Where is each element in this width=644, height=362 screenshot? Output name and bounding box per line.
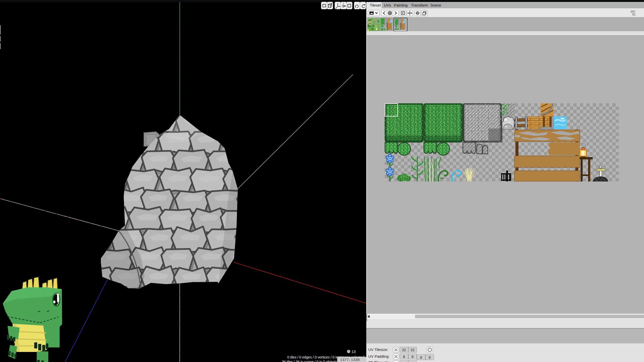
svg-text:36 tiles | 36 in scene / 0 in: 36 tiles | 36 in scene / 0 in 0 objects … — [282, 360, 346, 362]
svg-text:1377, 1338: 1377, 1338 — [340, 357, 360, 362]
svg-text:0: 0 — [412, 355, 414, 359]
svg-text:0: 0 — [420, 356, 422, 360]
svg-text:13: 13 — [351, 349, 356, 354]
svg-text:32: 32 — [411, 348, 415, 352]
svg-text:E: E — [402, 12, 404, 15]
svg-text:32: 32 — [402, 348, 406, 352]
svg-text:0: 0 — [403, 355, 405, 359]
svg-text:0: 0 — [429, 356, 431, 360]
